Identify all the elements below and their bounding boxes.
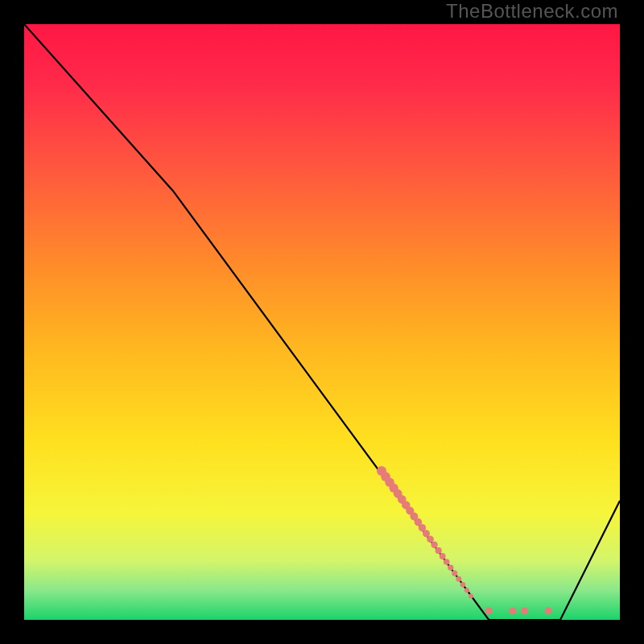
svg-point-26	[545, 607, 552, 614]
svg-point-14	[436, 547, 442, 554]
svg-point-25	[521, 607, 528, 614]
chart-container: TheBottleneck.com	[0, 0, 644, 644]
watermark-text: TheBottleneck.com	[446, 0, 618, 23]
svg-point-21	[464, 588, 469, 592]
svg-point-24	[509, 607, 516, 614]
bottleneck-chart	[0, 0, 644, 644]
svg-point-15	[440, 553, 446, 559]
svg-point-16	[444, 559, 450, 565]
svg-point-19	[456, 576, 461, 582]
svg-point-22	[469, 593, 473, 598]
svg-point-23	[485, 607, 493, 614]
svg-point-20	[460, 582, 466, 588]
svg-point-18	[452, 571, 457, 576]
plot-background	[24, 24, 620, 620]
svg-point-13	[431, 542, 437, 548]
svg-point-17	[448, 564, 453, 570]
svg-point-12	[427, 535, 434, 543]
